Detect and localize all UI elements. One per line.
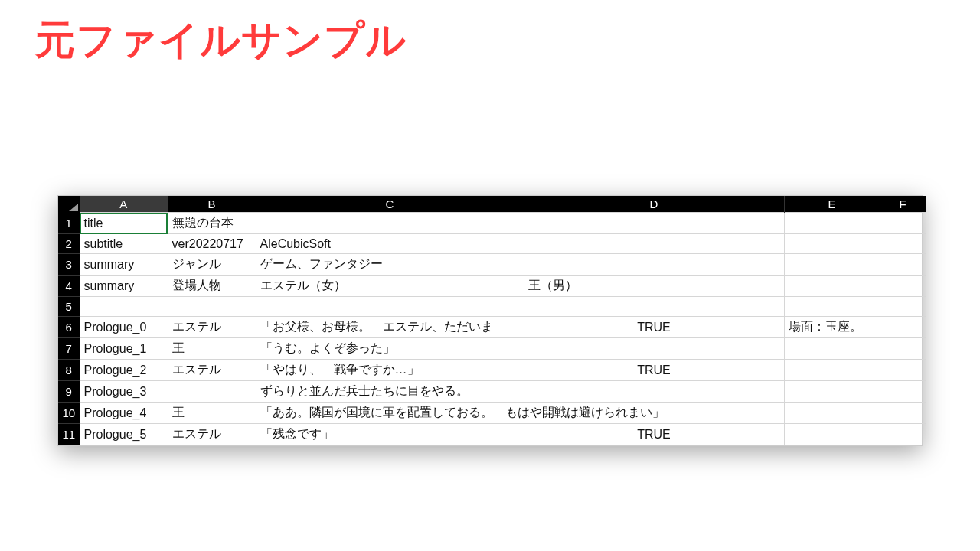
- cell[interactable]: subtitle: [80, 234, 168, 254]
- table-row: 11 Prologue_5 エステル 「残念です」 TRUE: [58, 424, 926, 445]
- page-title: 元ファイルサンプル: [0, 0, 980, 67]
- cell[interactable]: [256, 213, 524, 234]
- cell[interactable]: 場面：玉座。: [784, 317, 880, 338]
- cell[interactable]: summary: [80, 276, 168, 297]
- cell[interactable]: [880, 276, 926, 297]
- table-row: 8 Prologue_2 エステル 「やはり、 戦争ですか…」 TRUE: [58, 360, 926, 381]
- cell[interactable]: [880, 254, 926, 276]
- row-header[interactable]: 4: [58, 276, 80, 297]
- col-header-A[interactable]: A: [80, 196, 168, 213]
- spreadsheet-grid[interactable]: A B C D E F 1 title 無題の台本 2 subtitle v: [58, 196, 926, 445]
- cell[interactable]: Prologue_0: [80, 317, 168, 338]
- table-row: 7 Prologue_1 王 「うむ。よくぞ参った」: [58, 338, 926, 360]
- row-header[interactable]: 7: [58, 338, 80, 360]
- table-row: 10 Prologue_4 王 「ああ。隣国が国境に軍を配置しておる。 もはや開…: [58, 403, 926, 424]
- row-header[interactable]: 3: [58, 254, 80, 276]
- cell[interactable]: [784, 276, 880, 297]
- cell[interactable]: [256, 297, 524, 317]
- cell[interactable]: ゲーム、ファンタジー: [256, 254, 524, 276]
- cell[interactable]: AleCubicSoft: [256, 234, 524, 254]
- cell[interactable]: summary: [80, 254, 168, 276]
- cell[interactable]: エステル: [168, 360, 256, 381]
- cell[interactable]: Prologue_3: [80, 381, 168, 403]
- cell[interactable]: [784, 381, 880, 403]
- cell[interactable]: ver20220717: [168, 234, 256, 254]
- cell[interactable]: [880, 297, 926, 317]
- cell[interactable]: 「残念です」: [256, 424, 524, 445]
- row-header[interactable]: 1: [58, 213, 80, 234]
- cell[interactable]: [524, 234, 784, 254]
- cell[interactable]: [168, 381, 256, 403]
- cell[interactable]: 王（男）: [524, 276, 784, 297]
- row-header[interactable]: 6: [58, 317, 80, 338]
- cell[interactable]: [524, 381, 784, 403]
- cell[interactable]: [524, 213, 784, 234]
- cell[interactable]: [880, 317, 926, 338]
- table-row: 3 summary ジャンル ゲーム、ファンタジー: [58, 254, 926, 276]
- row-header[interactable]: 5: [58, 297, 80, 317]
- row-header[interactable]: 11: [58, 424, 80, 445]
- col-header-C[interactable]: C: [256, 196, 524, 213]
- cell[interactable]: ジャンル: [168, 254, 256, 276]
- cell[interactable]: [524, 338, 784, 360]
- cell[interactable]: 「ああ。隣国が国境に軍を配置しておる。 もはや開戦は避けられまい」: [256, 403, 784, 424]
- cell[interactable]: ずらりと並んだ兵士たちに目をやる。: [256, 381, 524, 403]
- cell[interactable]: 登場人物: [168, 276, 256, 297]
- select-all-corner[interactable]: [58, 196, 80, 213]
- cell[interactable]: 王: [168, 338, 256, 360]
- cell[interactable]: [784, 213, 880, 234]
- cell[interactable]: [880, 213, 926, 234]
- column-header-row: A B C D E F: [58, 196, 926, 213]
- cell[interactable]: [784, 360, 880, 381]
- cell[interactable]: [880, 403, 926, 424]
- row-header[interactable]: 10: [58, 403, 80, 424]
- cell[interactable]: 「やはり、 戦争ですか…」: [256, 360, 524, 381]
- cell[interactable]: [784, 424, 880, 445]
- col-header-D[interactable]: D: [524, 196, 784, 213]
- cell[interactable]: [784, 297, 880, 317]
- cell[interactable]: [168, 297, 256, 317]
- col-header-E[interactable]: E: [784, 196, 880, 213]
- table-row: 6 Prologue_0 エステル 「お父様、お母様。 エステル、ただいま TR…: [58, 317, 926, 338]
- table-row: 1 title 無題の台本: [58, 213, 926, 234]
- cell[interactable]: エステル: [168, 317, 256, 338]
- table-row: 4 summary 登場人物 エステル（女） 王（男）: [58, 276, 926, 297]
- cell-A1[interactable]: title: [80, 213, 168, 234]
- col-header-F[interactable]: F: [880, 196, 926, 213]
- cell[interactable]: 「お父様、お母様。 エステル、ただいま: [256, 317, 524, 338]
- cell[interactable]: [784, 234, 880, 254]
- cell[interactable]: Prologue_1: [80, 338, 168, 360]
- cell[interactable]: TRUE: [524, 424, 784, 445]
- cell[interactable]: [524, 297, 784, 317]
- cell[interactable]: [524, 254, 784, 276]
- spreadsheet[interactable]: A B C D E F 1 title 無題の台本 2 subtitle v: [57, 195, 923, 446]
- row-header[interactable]: 2: [58, 234, 80, 254]
- cell[interactable]: Prologue_5: [80, 424, 168, 445]
- cell[interactable]: エステル: [168, 424, 256, 445]
- row-header[interactable]: 8: [58, 360, 80, 381]
- row-header[interactable]: 9: [58, 381, 80, 403]
- cell[interactable]: Prologue_2: [80, 360, 168, 381]
- cell[interactable]: TRUE: [524, 360, 784, 381]
- cell[interactable]: [784, 403, 880, 424]
- cell[interactable]: [880, 338, 926, 360]
- cell[interactable]: Prologue_4: [80, 403, 168, 424]
- cell[interactable]: [784, 338, 880, 360]
- cell[interactable]: TRUE: [524, 317, 784, 338]
- cell[interactable]: 王: [168, 403, 256, 424]
- cell[interactable]: エステル（女）: [256, 276, 524, 297]
- table-row: 2 subtitle ver20220717 AleCubicSoft: [58, 234, 926, 254]
- cell[interactable]: [80, 297, 168, 317]
- cell[interactable]: 無題の台本: [168, 213, 256, 234]
- cell[interactable]: [880, 424, 926, 445]
- cell[interactable]: [880, 360, 926, 381]
- table-row: 5: [58, 297, 926, 317]
- col-header-B[interactable]: B: [168, 196, 256, 213]
- table-row: 9 Prologue_3 ずらりと並んだ兵士たちに目をやる。: [58, 381, 926, 403]
- cell[interactable]: [880, 381, 926, 403]
- cell[interactable]: 「うむ。よくぞ参った」: [256, 338, 524, 360]
- cell[interactable]: [880, 234, 926, 254]
- cell[interactable]: [784, 254, 880, 276]
